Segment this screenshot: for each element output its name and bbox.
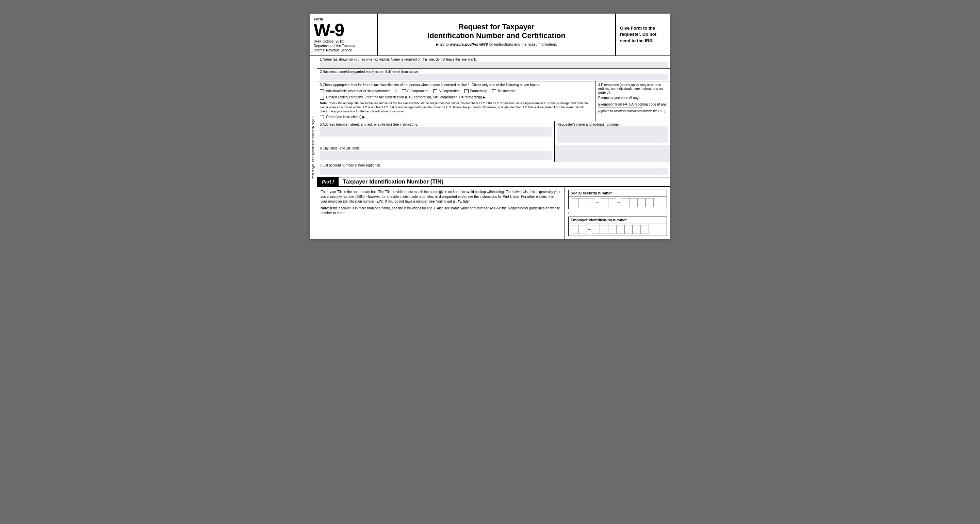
field5-field: 5 Address (number, street, and apt. or s… — [317, 121, 554, 138]
header-title2: Identification Number and Certification — [427, 31, 566, 40]
checkbox5-label: Trust/estate — [498, 89, 515, 93]
checkbox1-box[interactable] — [320, 89, 324, 93]
llc-label: Limited liability company. Enter the tax… — [326, 96, 485, 99]
side-label: Print or type. See Specific Instructions… — [310, 56, 317, 239]
ssn-boxes-row: – – — [568, 196, 667, 209]
or-text: or — [568, 210, 667, 215]
what-name: What Name and Number To Give the Request… — [451, 206, 523, 210]
checkbox3-box[interactable] — [433, 89, 437, 93]
field3-label2: of the following seven boxes. — [495, 83, 540, 87]
url-suffix: for instructions and the latest informat… — [488, 42, 557, 46]
ein-box7[interactable] — [624, 225, 633, 234]
field5-input[interactable] — [320, 127, 552, 137]
part1-header-row: Part I Taxpayer Identification Number (T… — [317, 177, 670, 187]
header-center: Request for Taxpayer Identification Numb… — [378, 14, 616, 56]
ssn-dash1: – — [596, 200, 599, 205]
ssn-box4[interactable] — [600, 198, 608, 207]
ein-box2[interactable] — [579, 225, 587, 234]
exemptions-panel: 4 Exemptions (codes apply only to certai… — [595, 81, 670, 121]
llc-text: Limited liability company. Enter the tax… — [326, 96, 522, 99]
ein-box4[interactable] — [600, 225, 608, 234]
city-right-input[interactable] — [555, 145, 670, 162]
ssn-box2[interactable] — [579, 198, 587, 207]
exempt-payee-field: Exempt payee code (if any) — [598, 96, 668, 100]
requester-input[interactable] — [557, 126, 668, 143]
ssn-box8[interactable] — [637, 198, 646, 207]
ein-boxes-row: – — [568, 223, 667, 236]
part1-body: Enter your TIN in the appropriate box. T… — [317, 187, 670, 239]
form-page: Form W-9 (Rev. October 2018) Department … — [310, 14, 670, 239]
ssn-box9[interactable] — [646, 198, 654, 207]
field7-label: 7 List account number(s) here (optional) — [320, 163, 668, 167]
ein-box8[interactable] — [633, 225, 641, 234]
other-checkbox[interactable] — [320, 115, 324, 119]
fatca-input[interactable] — [598, 108, 643, 108]
ein-box3[interactable] — [592, 225, 600, 234]
row3-container: 3 Check appropriate box for federal tax … — [317, 81, 670, 121]
part1-right: Social security number – – — [565, 187, 670, 239]
field6-label: 6 City, state, and ZIP code — [320, 147, 552, 150]
url-prefix: ▶ Go to — [436, 42, 450, 46]
form-dept1: Department of the Treasury — [314, 44, 373, 48]
ein-box1[interactable] — [571, 225, 579, 234]
how-to-get: How to get a TIN, — [436, 199, 463, 203]
llc-checkbox[interactable] — [320, 96, 324, 100]
field2-input[interactable] — [320, 74, 668, 80]
url-text: www.irs.gov/FormW9 — [450, 42, 488, 46]
acct-row7: 7 List account number(s) here (optional) — [317, 162, 670, 177]
ssn-box6[interactable] — [621, 198, 629, 207]
header-url: ▶ Go to www.irs.gov/FormW9 for instructi… — [436, 42, 557, 47]
ein-label: Employer identification number — [568, 217, 667, 223]
llc-line[interactable] — [488, 99, 522, 99]
ein-box9[interactable] — [641, 225, 649, 234]
form-header: Form W-9 (Rev. October 2018) Department … — [310, 14, 670, 56]
field1-input[interactable] — [320, 62, 668, 68]
fatca-label-text: Exemption from FATCA reporting code (if … — [598, 102, 668, 106]
other-row: Other (see instructions) ▶ — [320, 115, 592, 119]
field6-input[interactable] — [320, 151, 552, 160]
form-fields: 1 Name (as shown on your income tax retu… — [317, 56, 670, 239]
addr-row5: 5 Address (number, street, and apt. or s… — [317, 121, 670, 145]
note-text: Note: Check the appropriate box in the l… — [320, 101, 592, 113]
note-not: not — [398, 105, 402, 109]
field1-row: 1 Name (as shown on your income tax retu… — [317, 56, 670, 69]
field3-one: one — [489, 83, 495, 87]
checkbox2-label: C Corporation — [407, 89, 428, 93]
checkbox5-box[interactable] — [492, 89, 496, 93]
part1-title: Taxpayer Identification Number (TIN) — [339, 178, 443, 185]
ein-box5[interactable] — [608, 225, 616, 234]
checkbox-individual: Individual/sole proprietor or single-mem… — [320, 89, 397, 93]
requester-label: Requester's name and address (optional) — [557, 123, 668, 126]
part1-label: Part I — [317, 177, 339, 186]
checkbox-trust: Trust/estate — [492, 89, 515, 93]
field7-input[interactable] — [320, 168, 668, 175]
side-label-text: Print or type. See Specific Instructions… — [311, 116, 315, 179]
checkbox-partnership: Partnership — [465, 89, 487, 93]
exempt-payee-label: Exempt payee code (if any) — [598, 96, 640, 100]
checkbox2-box[interactable] — [402, 89, 406, 93]
checkbox4-label: Partnership — [470, 89, 487, 93]
ssn-dash2: – — [617, 200, 620, 205]
header-title1: Request for Taxpayer — [458, 22, 534, 31]
ssn-box5[interactable] — [608, 198, 616, 207]
other-line[interactable] — [367, 117, 422, 117]
note-label: Note: — [320, 102, 328, 105]
exempt-payee-input[interactable] — [642, 98, 666, 98]
ssn-box7[interactable] — [629, 198, 637, 207]
note2-label: Note: — [321, 206, 329, 210]
field2-inner: 2 Business name/disregarded entity name,… — [317, 69, 670, 81]
checkbox4-box[interactable] — [465, 89, 469, 93]
header-right: Give Form to the requester. Do not send … — [616, 14, 670, 56]
ssn-box1[interactable] — [571, 198, 579, 207]
ein-dash1: – — [588, 227, 591, 232]
part1-para1: Enter your TIN in the appropriate box. T… — [321, 190, 561, 204]
ein-box6[interactable] — [616, 225, 624, 234]
form-rev: (Rev. October 2018) — [314, 40, 373, 43]
llc-row: Limited liability company. Enter the tax… — [320, 96, 592, 100]
field2-row: 2 Business name/disregarded entity name,… — [317, 69, 670, 81]
city-row6: 6 City, state, and ZIP code — [317, 145, 670, 162]
checkbox-c-corp: C Corporation — [402, 89, 428, 93]
ssn-box3[interactable] — [587, 198, 595, 207]
exempt-title: 4 Exemptions (codes apply only to certai… — [598, 83, 668, 94]
checkbox-s-corp: S Corporation — [433, 89, 460, 93]
